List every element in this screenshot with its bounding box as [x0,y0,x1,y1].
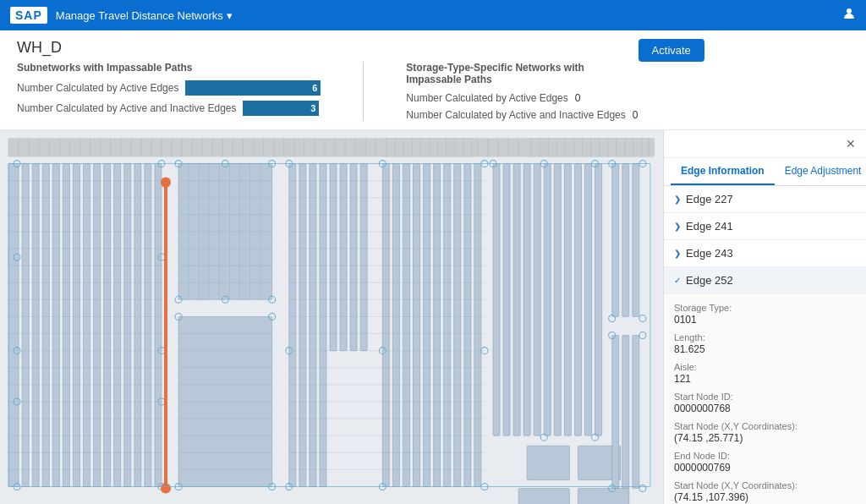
left-stat-group: Subnetworks with Impassable Paths Number… [17,62,321,116]
edge-name-227: Edge 227 [686,193,733,205]
warehouse-svg [0,130,663,504]
end-node-id-label: End Node ID: [674,451,856,461]
svg-rect-158 [392,164,399,487]
svg-rect-165 [464,164,471,487]
svg-rect-77 [114,164,121,487]
user-icon[interactable] [842,7,856,24]
svg-rect-162 [434,164,441,487]
svg-rect-81 [155,164,162,487]
stats-row: Subnetworks with Impassable Paths Number… [17,62,639,121]
edge-item-243[interactable]: ❯ Edge 243 [664,240,866,267]
svg-rect-184 [633,164,639,317]
svg-rect-74 [84,164,90,487]
map-area[interactable] [0,130,663,504]
edge-name-252: Edge 252 [686,274,733,287]
bar-container-1: 6 [185,80,321,96]
aisle-label: Aisle: [674,362,856,372]
bar-container-2: 3 [243,101,319,116]
stat-label-1: Number Calculated by Active Edges [17,82,178,94]
svg-rect-173 [554,164,561,436]
length-field: Length: 81.625 [674,332,856,355]
info-bar-left: WH_D Subnetworks with Impassable Paths N… [17,39,660,121]
edge-item-241[interactable]: ❯ Edge 241 [664,213,866,240]
svg-rect-183 [622,164,629,317]
header-title: Manage Travel Distance Networks ▾ [56,9,233,22]
app-title: Manage Travel Distance Networks [56,9,223,22]
end-node-xy-label: Start Node (X,Y Coordinates): [674,480,856,490]
right-stat-value-2: 0 [633,109,639,121]
edge-item-227[interactable]: ❯ Edge 227 [664,186,866,213]
svg-rect-187 [633,336,639,489]
stat-label-2: Number Calculated by Active and Inactive… [17,102,236,114]
svg-rect-151 [310,164,316,487]
svg-rect-78 [124,164,131,487]
svg-rect-152 [320,164,326,487]
edge-252-detail: Storage Type: 0101 Length: 81.625 Aisle:… [664,294,866,504]
svg-rect-75 [94,164,101,487]
svg-rect-182 [612,164,619,317]
app-header: SAP Manage Travel Distance Networks ▾ [0,0,866,30]
close-panel-button[interactable]: ✕ [842,135,859,152]
panel-tabs: Edge Information Edge Adjustment [664,158,866,186]
svg-rect-159 [403,164,409,487]
svg-rect-69 [32,164,39,487]
svg-rect-67 [8,164,19,487]
svg-rect-178 [527,446,569,479]
page-title-section: WH_D Subnetworks with Impassable Paths N… [17,39,639,121]
right-stat-item-2: Number Calculated by Active and Inactive… [406,109,638,121]
svg-rect-157 [382,164,389,487]
right-stat-label-1: Number Calculated by Active Edges [406,92,567,104]
chevron-icon-241: ❯ [674,222,681,231]
svg-rect-161 [424,164,430,487]
length-value: 81.625 [674,343,856,355]
svg-rect-70 [42,164,49,487]
svg-rect-68 [22,164,29,487]
main-area: ✕ Edge Information Edge Adjustment ❯ Edg… [0,130,866,504]
tab-edge-information[interactable]: Edge Information [671,158,775,185]
svg-point-112 [161,483,171,493]
svg-rect-73 [73,164,79,487]
svg-point-0 [847,8,852,14]
svg-rect-176 [585,164,592,436]
aisle-field: Aisle: 121 [674,362,856,385]
bar-value-1: 6 [312,83,317,93]
svg-rect-71 [52,164,59,487]
right-stat-label-2: Number Calculated by Active and Inactive… [406,109,625,121]
svg-rect-150 [299,164,306,487]
side-panel: ✕ Edge Information Edge Adjustment ❯ Edg… [663,130,866,504]
edge-name-243: Edge 243 [686,247,733,260]
bar-value-2: 3 [310,103,315,113]
right-group-title: Storage-Type-Specific Networks with Impa… [406,62,638,85]
right-stat-item-1: Number Calculated by Active Edges 0 [406,92,638,104]
start-node-id-value: 0000000768 [674,403,856,414]
svg-point-111 [161,178,171,188]
edge-name-241: Edge 241 [686,220,733,233]
svg-rect-149 [289,164,296,487]
start-node-id-label: Start Node ID: [674,392,856,402]
stat-item-active-edges: Number Calculated by Active Edges 6 [17,80,321,96]
svg-rect-175 [574,164,581,436]
length-label: Length: [674,332,856,342]
svg-rect-79 [134,164,141,487]
end-node-id-field: End Node ID: 0000000769 [674,451,856,474]
bar-2: 3 [243,101,319,116]
svg-rect-153 [330,164,337,351]
svg-rect-180 [518,488,569,504]
svg-rect-185 [612,336,619,489]
edge-item-252[interactable]: ✓ Edge 252 [664,267,866,294]
start-node-xy-label: Start Node (X,Y Coordinates): [674,421,856,431]
stats-divider [363,62,364,121]
svg-rect-167 [493,164,500,436]
tab-edge-adjustment[interactable]: Edge Adjustment [775,158,866,185]
svg-rect-169 [513,164,520,436]
svg-rect-80 [145,164,151,487]
activate-button[interactable]: Activate [639,39,704,62]
svg-rect-154 [340,164,347,351]
chevron-icon-227: ❯ [674,194,681,204]
start-node-xy-field: Start Node (X,Y Coordinates): (74.15 ,25… [674,421,856,444]
svg-rect-160 [413,164,419,487]
edge-list: ❯ Edge 227 ❯ Edge 241 ❯ Edge 243 ✓ Edge … [664,186,866,504]
svg-rect-170 [523,164,530,436]
start-node-id-field: Start Node ID: 0000000768 [674,392,856,414]
end-node-xy-value: (74.15 ,107.396) [674,491,856,503]
